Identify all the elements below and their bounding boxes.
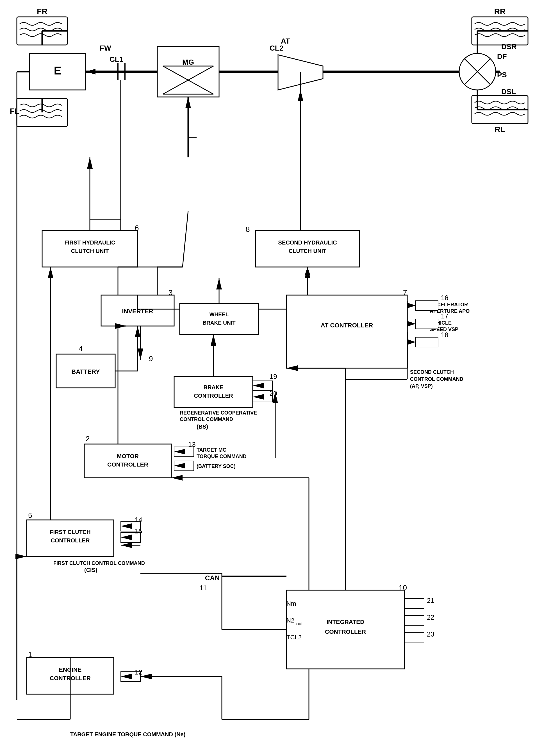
svg-text:CL1: CL1 bbox=[109, 55, 123, 63]
svg-text:1: 1 bbox=[28, 650, 32, 659]
svg-text:15: 15 bbox=[135, 527, 142, 535]
svg-text:DSL: DSL bbox=[501, 87, 516, 96]
svg-text:E: E bbox=[54, 64, 61, 77]
svg-text:9: 9 bbox=[149, 354, 153, 363]
svg-text:CONTROLLER: CONTROLLER bbox=[107, 461, 148, 468]
svg-text:23: 23 bbox=[427, 631, 435, 638]
svg-rect-145 bbox=[404, 598, 424, 608]
svg-text:CONTROLLER: CONTROLLER bbox=[51, 537, 90, 543]
svg-text:FIRST CLUTCH CONTROL COMMAND: FIRST CLUTCH CONTROL COMMAND bbox=[53, 560, 145, 566]
svg-rect-149 bbox=[404, 615, 424, 625]
svg-rect-186 bbox=[416, 301, 438, 310]
svg-text:REGENERATIVE COOPERATIVE: REGENERATIVE COOPERATIVE bbox=[180, 410, 257, 416]
svg-text:6: 6 bbox=[135, 224, 139, 232]
svg-text:CONTROL COMMAND: CONTROL COMMAND bbox=[180, 417, 233, 422]
svg-text:2: 2 bbox=[86, 435, 90, 443]
svg-text:10: 10 bbox=[399, 583, 407, 592]
svg-text:SECOND CLUTCH: SECOND CLUTCH bbox=[410, 369, 454, 375]
svg-text:PS: PS bbox=[497, 70, 507, 79]
svg-text:16: 16 bbox=[441, 294, 449, 301]
svg-text:FIRST CLUTCH: FIRST CLUTCH bbox=[50, 529, 91, 535]
svg-text:11: 11 bbox=[199, 584, 207, 591]
svg-text:MG: MG bbox=[182, 58, 194, 66]
diagram-container: FR RR FL RL E FW CL1 MG bbox=[0, 0, 551, 756]
svg-text:(BATTERY SOC): (BATTERY SOC) bbox=[196, 463, 235, 469]
svg-text:TARGET ENGINE TORQUE COMMAND (: TARGET ENGINE TORQUE COMMAND (Ne) bbox=[70, 731, 185, 737]
svg-text:3: 3 bbox=[168, 288, 172, 297]
svg-text:BRAKE: BRAKE bbox=[203, 384, 223, 391]
svg-text:CONTROLLER: CONTROLLER bbox=[194, 393, 233, 399]
svg-text:out: out bbox=[296, 621, 303, 626]
svg-text:N2: N2 bbox=[287, 617, 294, 624]
svg-text:TCL2: TCL2 bbox=[287, 634, 302, 641]
svg-rect-194 bbox=[416, 337, 438, 347]
svg-text:7: 7 bbox=[403, 288, 407, 297]
svg-text:19: 19 bbox=[269, 373, 277, 380]
svg-text:FIRST HYDRAULIC: FIRST HYDRAULIC bbox=[64, 239, 115, 246]
svg-text:(CIS): (CIS) bbox=[84, 567, 97, 573]
svg-text:AT: AT bbox=[281, 37, 290, 45]
svg-text:CONTROL COMMAND: CONTROL COMMAND bbox=[410, 376, 463, 382]
svg-text:Nm: Nm bbox=[287, 600, 296, 607]
svg-text:RL: RL bbox=[495, 125, 505, 134]
svg-text:CLUTCH UNIT: CLUTCH UNIT bbox=[289, 248, 326, 254]
svg-text:FW: FW bbox=[100, 44, 111, 52]
svg-rect-70 bbox=[287, 295, 407, 368]
svg-text:8: 8 bbox=[246, 225, 250, 234]
svg-text:22: 22 bbox=[427, 613, 435, 621]
svg-text:17: 17 bbox=[441, 312, 449, 320]
svg-rect-106 bbox=[84, 444, 171, 478]
svg-text:4: 4 bbox=[79, 344, 83, 353]
svg-text:(AP, VSP): (AP, VSP) bbox=[410, 383, 433, 389]
svg-text:CONTROLLER: CONTROLLER bbox=[325, 628, 366, 635]
svg-rect-152 bbox=[404, 633, 424, 642]
svg-text:(BS): (BS) bbox=[196, 424, 208, 430]
diagram-svg: FR RR FL RL E FW CL1 MG bbox=[0, 0, 551, 756]
svg-rect-77 bbox=[180, 303, 258, 334]
svg-text:13: 13 bbox=[188, 441, 196, 448]
svg-text:18: 18 bbox=[441, 331, 449, 339]
svg-text:12: 12 bbox=[135, 668, 142, 676]
svg-rect-17 bbox=[157, 46, 219, 97]
svg-text:MOTOR: MOTOR bbox=[117, 453, 139, 459]
svg-text:SECOND HYDRAULIC: SECOND HYDRAULIC bbox=[278, 239, 337, 246]
svg-text:INTEGRATED: INTEGRATED bbox=[327, 618, 365, 625]
svg-text:14: 14 bbox=[135, 516, 142, 524]
svg-text:FL: FL bbox=[10, 107, 19, 115]
svg-text:CLUTCH UNIT: CLUTCH UNIT bbox=[71, 248, 109, 254]
svg-text:BRAKE UNIT: BRAKE UNIT bbox=[202, 320, 235, 326]
svg-rect-89 bbox=[174, 376, 253, 408]
svg-text:21: 21 bbox=[427, 597, 435, 604]
svg-text:FR: FR bbox=[37, 7, 47, 16]
svg-text:CAN: CAN bbox=[205, 574, 219, 582]
svg-text:BATTERY: BATTERY bbox=[71, 368, 100, 375]
svg-text:TORQUE COMMAND: TORQUE COMMAND bbox=[196, 454, 246, 459]
svg-text:5: 5 bbox=[28, 511, 32, 520]
svg-text:DSR: DSR bbox=[501, 42, 517, 51]
svg-text:AT CONTROLLER: AT CONTROLLER bbox=[321, 322, 373, 329]
svg-text:RR: RR bbox=[494, 7, 506, 16]
svg-text:WHEEL: WHEEL bbox=[209, 311, 229, 317]
svg-rect-191 bbox=[416, 319, 438, 329]
svg-text:TARGET MG: TARGET MG bbox=[196, 447, 226, 453]
svg-text:DF: DF bbox=[497, 52, 507, 61]
